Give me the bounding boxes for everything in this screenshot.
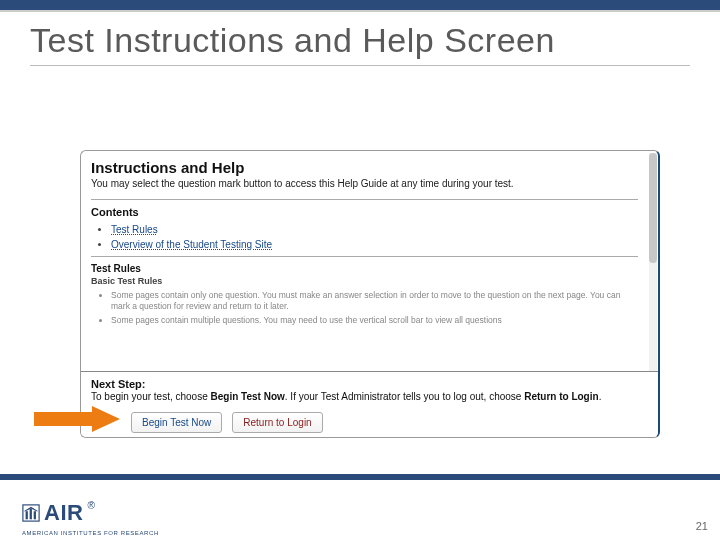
return-to-login-button[interactable]: Return to Login <box>232 412 322 433</box>
contents-list: Test Rules Overview of the Student Testi… <box>91 224 638 250</box>
list-item: Some pages contain multiple questions. Y… <box>111 315 638 326</box>
top-accent-bar <box>0 0 720 12</box>
vertical-scrollbar[interactable] <box>649 153 657 371</box>
text-bold: Begin Test Now <box>211 391 285 402</box>
registered-mark: ® <box>87 500 94 511</box>
footer-strip: AIR ® AMERICAN INSTITUTES FOR RESEARCH 2… <box>0 474 720 540</box>
divider <box>91 199 638 200</box>
list-item: Some pages contain only one question. Yo… <box>111 290 638 313</box>
rules-heading: Test Rules <box>91 263 638 274</box>
logo-mark-icon <box>22 504 40 522</box>
callout-arrow-icon <box>34 406 120 432</box>
help-subtext: You may select the question mark button … <box>91 178 638 191</box>
svg-rect-2 <box>26 511 28 519</box>
contents-heading: Contents <box>91 206 638 218</box>
logo-subtext: AMERICAN INSTITUTES FOR RESEARCH <box>22 530 159 536</box>
divider <box>91 256 638 257</box>
list-item: Test Rules <box>111 224 638 235</box>
basic-rules-heading: Basic Test Rules <box>91 276 638 286</box>
help-content: Instructions and Help You may select the… <box>81 151 648 371</box>
page-title: Test Instructions and Help Screen <box>30 22 690 59</box>
begin-test-button[interactable]: Begin Test Now <box>131 412 222 433</box>
slide: Test Instructions and Help Screen Instru… <box>0 0 720 540</box>
text: . <box>599 391 602 402</box>
title-area: Test Instructions and Help Screen <box>0 12 720 66</box>
next-step-label: Next Step: <box>91 378 648 390</box>
toc-link-test-rules[interactable]: Test Rules <box>111 224 158 235</box>
footer-panel: Next Step: To begin your test, choose Be… <box>81 371 658 437</box>
text: . If your Test Administrator tells you t… <box>285 391 524 402</box>
help-heading: Instructions and Help <box>91 159 638 176</box>
list-item: Overview of the Student Testing Site <box>111 239 638 250</box>
title-rule <box>30 65 690 66</box>
scrollbar-thumb[interactable] <box>649 153 657 263</box>
text-bold: Return to Login <box>524 391 598 402</box>
toc-link-overview[interactable]: Overview of the Student Testing Site <box>111 239 272 250</box>
svg-rect-4 <box>34 511 36 519</box>
air-logo: AIR ® <box>22 500 95 526</box>
logo-text: AIR <box>44 500 83 526</box>
svg-marker-0 <box>34 406 120 432</box>
rules-list: Some pages contain only one question. Yo… <box>91 290 638 327</box>
app-window: Instructions and Help You may select the… <box>80 150 660 438</box>
page-number: 21 <box>696 520 708 532</box>
button-row: Begin Test Now Return to Login <box>91 412 648 433</box>
next-step-text: To begin your test, choose Begin Test No… <box>91 391 648 404</box>
svg-rect-3 <box>30 509 32 520</box>
text: To begin your test, choose <box>91 391 211 402</box>
